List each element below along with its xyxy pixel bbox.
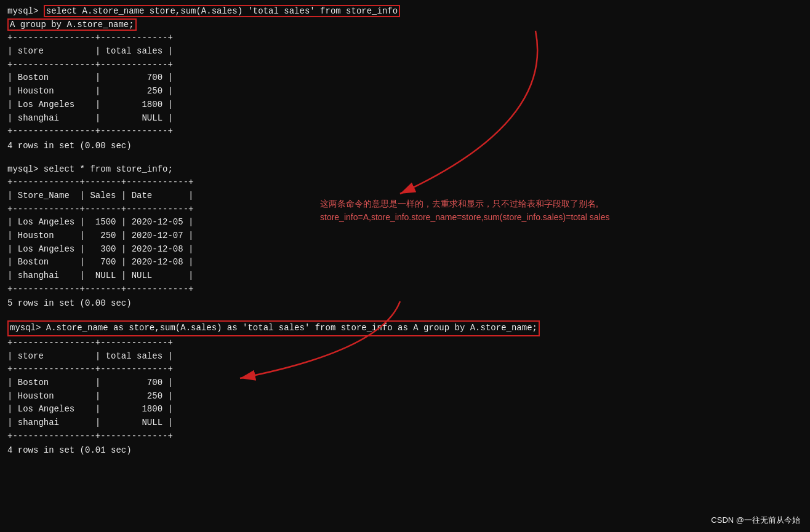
block3-row-1: | Houston | 250 | bbox=[7, 390, 803, 403]
block1-table-bottom: +----------------+-------------+ bbox=[7, 125, 803, 138]
annotation-line2: store_info=A,store_info.store_name=store… bbox=[320, 210, 609, 224]
annotation-block: 这两条命令的意思是一样的，去重求和显示，只不过给表和字段取了别名, store_… bbox=[320, 197, 609, 224]
block2-row-3: | Boston | 700 | 2020-12-08 | bbox=[7, 256, 803, 269]
block2-section: mysql> select * from store_info; +------… bbox=[7, 163, 803, 311]
block2-table-bottom: +-------------+-------+------------+ bbox=[7, 283, 803, 296]
block1-row-2: | Los Angeles | 1800 | bbox=[7, 98, 803, 112]
block2-result: 5 rows in set (0.00 sec) bbox=[7, 297, 803, 311]
block1-row-0: | Boston | 700 | bbox=[7, 71, 803, 85]
block1-cmd-highlight: select A.store_name store,sum(A.sales) '… bbox=[44, 5, 400, 17]
terminal-container: mysql> select A.store_name store,sum(A.s… bbox=[0, 0, 810, 464]
block3-row-3: | shanghai | NULL | bbox=[7, 416, 803, 430]
block1-table-top: +----------------+-------------+ bbox=[7, 31, 803, 45]
block1-result: 4 rows in set (0.00 sec) bbox=[7, 140, 803, 153]
footer-credit: CSDN @一往无前从今始 bbox=[711, 515, 800, 526]
block3-table-header: | store | total sales | bbox=[7, 350, 803, 363]
block2-row-2: | Los Angeles | 300 | 2020-12-08 | bbox=[7, 243, 803, 256]
block3-table-bottom: +----------------+-------------+ bbox=[7, 430, 803, 443]
block3-section: mysql> A.store_name as store,sum(A.sales… bbox=[7, 320, 803, 458]
block2-cmd: mysql> select * from store_info; bbox=[7, 163, 803, 177]
block1-cmd-line2-highlight: A group by A.store_name; bbox=[7, 18, 137, 31]
block1-row-1: | Houston | 250 | bbox=[7, 85, 803, 98]
block3-table-top: +----------------+-------------+ bbox=[7, 336, 803, 350]
block1-cmd-line2: A group by A.store_name; bbox=[7, 18, 803, 32]
block2-table-top: +-------------+-------+------------+ bbox=[7, 176, 803, 189]
block3-cmd-highlight: mysql> A.store_name as store,sum(A.sales… bbox=[7, 320, 540, 336]
block3-row-0: | Boston | 700 | bbox=[7, 376, 803, 390]
annotation-line1: 这两条命令的意思是一样的，去重求和显示，只不过给表和字段取了别名, bbox=[320, 197, 609, 210]
block3-result: 4 rows in set (0.01 sec) bbox=[7, 444, 803, 458]
block1-row-3: | shanghai | NULL | bbox=[7, 112, 803, 125]
block1-table-sep: +----------------+-------------+ bbox=[7, 58, 803, 72]
block3-table-sep: +----------------+-------------+ bbox=[7, 363, 803, 376]
block3-cmd-wrapper: mysql> A.store_name as store,sum(A.sales… bbox=[7, 320, 803, 336]
block1-table-header: | store | total sales | bbox=[7, 45, 803, 58]
block2-row-4: | shanghai | NULL | NULL | bbox=[7, 269, 803, 283]
block1-section: mysql> select A.store_name store,sum(A.s… bbox=[7, 5, 803, 153]
block2-row-1: | Houston | 250 | 2020-12-07 | bbox=[7, 229, 803, 243]
block1-cmd: mysql> select A.store_name store,sum(A.s… bbox=[7, 5, 803, 18]
block3-row-2: | Los Angeles | 1800 | bbox=[7, 403, 803, 416]
block1-prompt: mysql> bbox=[7, 6, 44, 16]
